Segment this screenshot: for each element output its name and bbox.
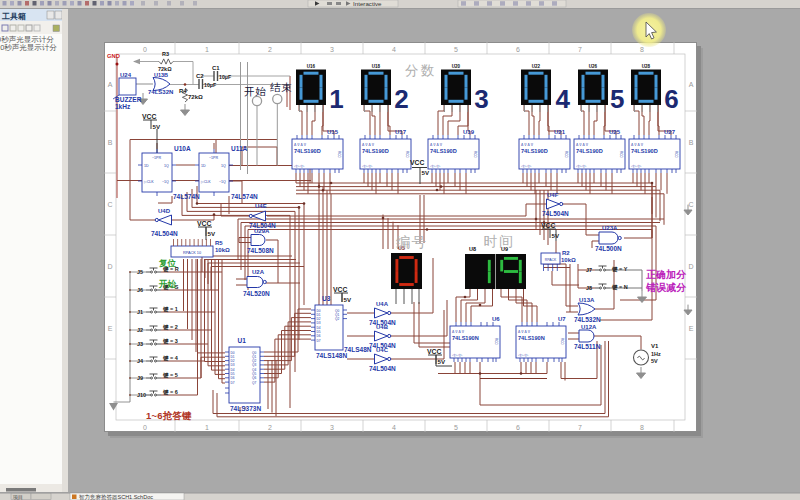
svg-text:R3: R3: [162, 51, 169, 57]
svg-text:10kΩ: 10kΩ: [215, 247, 230, 253]
svg-text:D7: D7: [231, 381, 235, 385]
svg-text:◁▷◁▷: ◁▷◁▷: [518, 353, 529, 357]
svg-text:Δ∇Δ∇: Δ∇Δ∇: [452, 330, 465, 334]
svg-text:U26: U26: [589, 64, 598, 69]
svg-text:U6: U6: [492, 316, 500, 322]
svg-text:D7: D7: [317, 339, 321, 343]
svg-text:U28: U28: [642, 64, 651, 69]
svg-text:复位: 复位: [158, 258, 177, 268]
svg-text:VCC: VCC: [410, 159, 424, 166]
svg-text:编号: 编号: [396, 234, 427, 250]
svg-text:~1PR: ~1PR: [152, 156, 161, 160]
svg-text:RCO: RCO: [564, 151, 568, 158]
svg-text:J9: J9: [137, 375, 143, 381]
svg-text:U18: U18: [372, 64, 381, 69]
svg-text:R5: R5: [215, 240, 223, 246]
svg-text:A: A: [689, 81, 694, 88]
svg-text:5V: 5V: [344, 296, 352, 303]
svg-text:U13B: U13B: [154, 72, 168, 78]
svg-text:U8: U8: [469, 246, 476, 252]
svg-text:Q2: Q2: [335, 317, 339, 321]
svg-text:▷CLK: ▷CLK: [201, 180, 211, 184]
svg-text:开始: 开始: [158, 279, 177, 289]
svg-text:U29A: U29A: [254, 228, 270, 234]
svg-text:J8: J8: [586, 285, 592, 291]
svg-text:VCC: VCC: [197, 220, 211, 227]
svg-text:74LS373N: 74LS373N: [230, 405, 261, 412]
svg-text:Δ∇Δ∇: Δ∇Δ∇: [631, 143, 644, 147]
svg-text:B: B: [689, 139, 694, 146]
svg-text:◁▷◁▷: ◁▷◁▷: [294, 164, 305, 168]
svg-text:VCC: VCC: [142, 113, 156, 120]
svg-text:74L574N: 74L574N: [231, 193, 258, 200]
svg-text:智力竞赛抢答器SCH1.SchDoc: 智力竞赛抢答器SCH1.SchDoc: [79, 494, 153, 500]
svg-text:5V: 5V: [651, 358, 658, 364]
svg-text:7: 7: [578, 46, 582, 53]
svg-text:1D: 1D: [201, 164, 206, 168]
svg-text:键 = Y: 键 = Y: [611, 266, 628, 273]
svg-text:3: 3: [474, 84, 488, 114]
svg-text:项目: 项目: [12, 494, 23, 500]
svg-text:20秒声光显示计分: 20秒声光显示计分: [0, 43, 57, 52]
svg-text:74L511N: 74L511N: [574, 343, 601, 350]
svg-text:1: 1: [329, 84, 343, 114]
svg-text:74L520N: 74L520N: [243, 290, 270, 297]
svg-text:74L504N: 74L504N: [151, 230, 178, 237]
svg-text:分数: 分数: [405, 63, 437, 78]
svg-text:B: B: [108, 139, 113, 146]
svg-text:8: 8: [640, 46, 644, 53]
svg-text:U2A: U2A: [252, 269, 265, 275]
svg-text:◁▷◁▷: ◁▷◁▷: [362, 164, 373, 168]
svg-text:RCO: RCO: [619, 151, 623, 158]
svg-text:U4D: U4D: [158, 208, 171, 214]
svg-text:U15: U15: [327, 129, 339, 135]
svg-text:J6: J6: [137, 287, 143, 293]
svg-text:Δ∇Δ∇: Δ∇Δ∇: [294, 143, 307, 147]
svg-text:1Q: 1Q: [221, 164, 226, 168]
svg-text:键 = 3: 键 = 3: [162, 338, 178, 345]
svg-text:错误减分: 错误减分: [645, 282, 687, 293]
svg-text:◁▷◁▷: ◁▷◁▷: [452, 353, 463, 357]
svg-text:U4F: U4F: [547, 192, 559, 198]
svg-text:结束: 结束: [270, 81, 293, 93]
svg-text:2: 2: [268, 424, 272, 431]
svg-text:5: 5: [454, 424, 458, 431]
svg-text:键 = 1: 键 = 1: [162, 306, 178, 313]
svg-text:~1PR: ~1PR: [209, 156, 218, 160]
svg-text:键 = N: 键 = N: [611, 284, 628, 291]
svg-text:74LS190D: 74LS190D: [631, 148, 658, 154]
svg-text:74L508N: 74L508N: [247, 247, 274, 254]
svg-text:◁▷◁▷: ◁▷◁▷: [576, 164, 587, 168]
svg-text:E: E: [108, 325, 113, 332]
svg-text:R4: R4: [179, 88, 187, 94]
svg-text:74L504N: 74L504N: [369, 365, 396, 372]
svg-text:U27: U27: [664, 129, 676, 135]
svg-text:74LS190N: 74LS190N: [518, 335, 545, 341]
svg-text:Δ∇Δ∇: Δ∇Δ∇: [362, 143, 375, 147]
svg-text:74L504N: 74L504N: [542, 210, 569, 217]
svg-text:U11A: U11A: [231, 145, 248, 152]
svg-text:74L574N: 74L574N: [173, 193, 200, 200]
svg-text:5V: 5V: [438, 358, 446, 365]
svg-text:Interactive: Interactive: [353, 0, 382, 7]
svg-text:U1: U1: [238, 337, 247, 344]
svg-text:3: 3: [330, 424, 334, 431]
svg-text:5V: 5V: [208, 230, 216, 237]
svg-text:74LS148N: 74LS148N: [316, 352, 347, 359]
svg-text:J10: J10: [137, 392, 146, 398]
svg-text:Δ∇Δ∇: Δ∇Δ∇: [518, 330, 531, 334]
svg-text:D: D: [688, 263, 693, 270]
svg-text:E: E: [689, 325, 694, 332]
svg-text:RCO: RCO: [473, 151, 477, 158]
svg-text:74L500N: 74L500N: [595, 245, 622, 252]
svg-text:6: 6: [664, 84, 678, 114]
svg-text:74LS190D: 74LS190D: [362, 148, 389, 154]
svg-text:0: 0: [143, 46, 147, 53]
svg-text:1kHz: 1kHz: [115, 103, 131, 110]
svg-text:7: 7: [578, 424, 582, 431]
svg-text:74L532N: 74L532N: [574, 316, 601, 323]
svg-text:1: 1: [205, 46, 209, 53]
svg-text:74LS48N: 74LS48N: [344, 346, 372, 353]
svg-text:U22: U22: [532, 64, 541, 69]
svg-text:▷CLK: ▷CLK: [144, 180, 154, 184]
